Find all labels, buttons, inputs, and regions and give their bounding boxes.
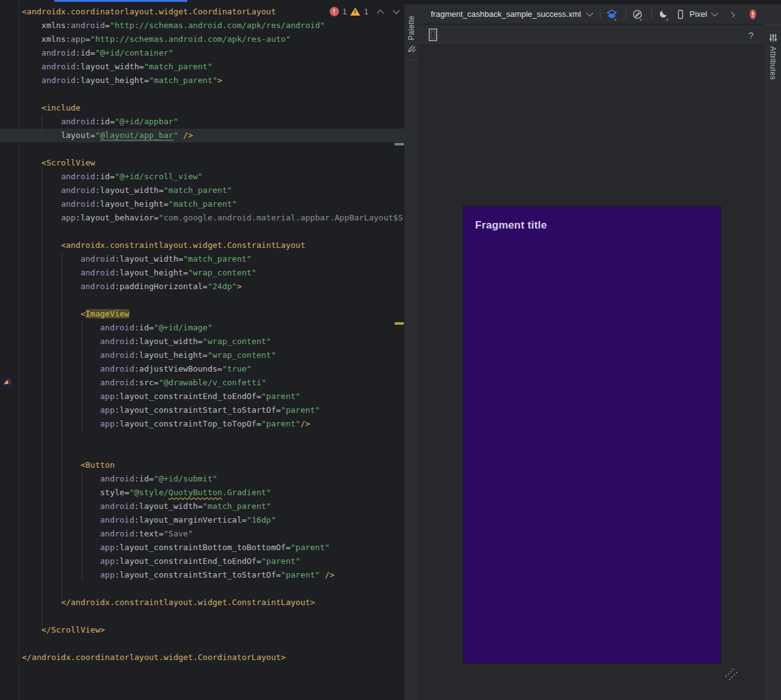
code-line[interactable]: android:id="@+id/scroll_view" (0, 170, 405, 184)
code-token: layout_height (81, 76, 144, 85)
code-line[interactable]: android:id="@+id/container" (0, 46, 405, 60)
code-line[interactable]: android:layout_width="match_parent" (0, 60, 405, 74)
code-token: = (154, 213, 159, 222)
code-token: app (71, 34, 85, 44)
code-token: : (115, 556, 120, 566)
code-line[interactable]: android:id="@+id/appbar" (0, 115, 405, 129)
code-line[interactable]: xmlns:android="http://schemas.android.co… (0, 19, 405, 32)
code-token: "@drawable/v_confetti" (159, 378, 266, 387)
code-line[interactable] (0, 582, 405, 596)
code-token: app (100, 392, 114, 401)
code-line[interactable]: <ScrollView (0, 156, 405, 170)
code-line[interactable]: app:layout_constraintStart_toStartOf="pa… (0, 403, 405, 417)
code-line[interactable] (0, 637, 405, 651)
code-line[interactable]: android:paddingHorizontal="24dp"> (0, 280, 405, 293)
code-token: <ScrollView (41, 158, 95, 167)
design-surface-selector-button[interactable] (606, 7, 617, 22)
code-line[interactable]: android:layout_width="match_parent" (0, 184, 405, 197)
code-line-current[interactable]: layout="@layout/app_bar" /> (0, 129, 405, 142)
code-token: /> (183, 131, 193, 140)
code-line[interactable]: android:layout_width="match_parent" (0, 252, 405, 266)
code-token: app (100, 556, 114, 566)
chevron-down-icon (711, 9, 718, 16)
code-line[interactable]: app:layout_constraintEnd_toEndOf="parent… (0, 390, 405, 403)
code-line[interactable] (0, 445, 405, 458)
code-token: > (217, 76, 222, 85)
code-line[interactable] (0, 609, 405, 623)
device-selector-dropdown[interactable]: Pixel (675, 9, 717, 19)
code-token: id (100, 117, 110, 126)
issue-panel-badge[interactable]: ! (750, 9, 756, 19)
toolbar-overflow-chevron[interactable] (729, 11, 735, 17)
preview-resize-handle[interactable] (723, 666, 740, 683)
code-line[interactable]: <androidx.constraintlayout.widget.Constr… (0, 239, 405, 252)
code-token: = (144, 76, 149, 85)
code-line[interactable]: android:layout_width="match_parent" (0, 500, 405, 513)
design-surface[interactable]: Fragment title (418, 46, 765, 700)
code-area[interactable]: <androidx.coordinatorlayout.widget.Coord… (0, 5, 405, 664)
code-line[interactable]: android:layout_height="match_parent" (0, 197, 405, 211)
code-token: layout_behavior (81, 213, 154, 222)
chevron-down-icon (586, 9, 593, 16)
code-line[interactable]: android:layout_height="wrap_content" (0, 266, 405, 280)
code-line[interactable]: xmlns:app="http://schemas.android.com/ap… (0, 32, 405, 46)
code-line[interactable]: android:id="@+id/image" (0, 321, 405, 335)
code-token (22, 405, 100, 415)
drawable-preview-gutter-icon[interactable] (2, 377, 12, 388)
code-line[interactable]: app:layout_behavior="com.google.android.… (0, 211, 405, 225)
code-token: layout_constraintStart_toStartOf (120, 405, 276, 415)
previous-issue-button[interactable] (377, 9, 384, 16)
palette-stripe[interactable]: Palette (405, 4, 419, 700)
night-mode-button[interactable] (657, 7, 669, 22)
code-token (22, 378, 100, 387)
design-panel: Palette Attributes fragment_cashbac (405, 0, 781, 700)
help-button[interactable]: ? (749, 30, 754, 41)
code-line[interactable]: <include (0, 101, 405, 115)
code-line[interactable]: android:id="@+id/submit" (0, 472, 405, 486)
code-line[interactable]: app:layout_constraintTop_toTopOf="parent… (0, 417, 405, 431)
code-token: @layout/app_bar (100, 131, 173, 140)
code-line[interactable] (0, 225, 405, 239)
code-token: "@+id/image" (154, 323, 212, 332)
code-line[interactable]: </androidx.coordinatorlayout.widget.Coor… (0, 651, 405, 664)
code-line[interactable]: android:src="@drawable/v_confetti" (0, 376, 405, 390)
code-line[interactable]: app:layout_constraintBottom_toBottomOf="… (0, 541, 405, 555)
code-line[interactable]: </androidx.constraintlayout.widget.Const… (0, 596, 405, 609)
file-selector-dropdown[interactable]: fragment_cashback_sample_success.xml (431, 9, 592, 19)
code-line[interactable] (0, 431, 405, 445)
attributes-stripe[interactable]: Attributes (764, 4, 781, 700)
layout-preview[interactable]: Fragment title (463, 207, 720, 663)
code-line[interactable]: <Button (0, 458, 405, 472)
code-line[interactable]: <ImageView (0, 307, 405, 321)
orientation-selector-button[interactable] (632, 7, 644, 22)
code-token: : (134, 501, 139, 511)
code-line[interactable]: android:adjustViewBounds="true" (0, 362, 405, 376)
code-line[interactable]: app:layout_constraintStart_toStartOf="pa… (0, 568, 405, 582)
code-token: > (237, 282, 242, 291)
code-token: = (276, 405, 281, 415)
code-token: "parent" (290, 543, 330, 552)
code-token (22, 501, 100, 511)
device-frame-toggle[interactable] (428, 28, 438, 42)
code-token: layout_width (139, 501, 198, 511)
code-line[interactable] (0, 142, 405, 156)
code-line[interactable]: style="@style/QuotyButton.Gradient" (0, 486, 405, 500)
code-line[interactable]: android:layout_marginVertical="16dp" (0, 513, 405, 527)
code-token: android (61, 185, 96, 195)
code-line[interactable]: android:layout_height="wrap_content" (0, 348, 405, 362)
code-line[interactable] (0, 293, 405, 307)
code-line[interactable] (0, 87, 405, 101)
code-token (22, 337, 100, 346)
code-line[interactable]: android:text="Save" (0, 527, 405, 541)
code-token (22, 185, 61, 195)
code-token: = (242, 515, 247, 525)
code-line[interactable]: android:layout_width="wrap_content" (0, 335, 405, 348)
code-line[interactable]: </ScrollView> (0, 623, 405, 637)
code-token: app (100, 570, 114, 579)
code-token (22, 515, 100, 525)
code-token: : (115, 570, 120, 579)
code-line[interactable]: app:layout_constraintEnd_toEndOf="parent… (0, 555, 405, 568)
inspections-widget[interactable]: ! 1 ! 1 (330, 7, 398, 16)
code-token: : (115, 254, 120, 264)
code-line[interactable]: android:layout_height="match_parent"> (0, 74, 405, 87)
